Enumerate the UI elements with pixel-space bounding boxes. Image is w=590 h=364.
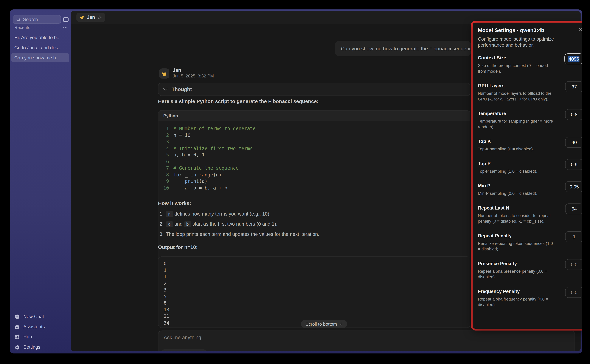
- thought-label: Thought: [171, 86, 192, 92]
- recents-more-icon[interactable]: [63, 26, 68, 28]
- settings-field-repeat-last-n: Repeat Last N Number of tokens to consid…: [478, 205, 582, 224]
- sidebar-item-new-chat[interactable]: New Chat: [12, 312, 68, 322]
- list-item: 2.a and b start as the first two numbers…: [159, 221, 468, 227]
- tab-jan[interactable]: Jan: [77, 13, 105, 22]
- token-speed-indicator: 0 tokens/sec: [207, 349, 239, 351]
- settings-field-context-size: Context Size Size of the prompt context …: [478, 55, 582, 74]
- output-line: 5: [164, 293, 470, 300]
- tab-label: Jan: [87, 15, 95, 20]
- field-input[interactable]: 0.9: [565, 159, 582, 170]
- field-description: Penalize repeating token sequences (1.0 …: [478, 241, 556, 252]
- settings-field-top-k: Top K Top-K sampling (0 = disabled). 40: [478, 139, 582, 152]
- output-line: 8: [164, 300, 470, 306]
- field-input[interactable]: 4096: [564, 53, 582, 64]
- new-chat-icon: [14, 314, 20, 319]
- code-language-label: Python: [163, 113, 178, 118]
- recent-chat-item[interactable]: Can you show me h...: [11, 53, 69, 63]
- search-icon: [16, 17, 21, 22]
- field-description: Top-P sampling (1.0 = disabled).: [478, 169, 556, 174]
- field-input[interactable]: 64: [565, 203, 582, 214]
- sidebar-item-settings[interactable]: Settings: [12, 342, 68, 352]
- code-block: Python 1# Number of terms to generate2n …: [158, 110, 470, 273]
- code-line: 9 print(a): [158, 178, 470, 185]
- sidebar-item-assistants[interactable]: Assistants: [12, 322, 68, 332]
- wave-hand-icon: [80, 15, 85, 20]
- model-settings-panel: Model Settings - qwen3:4b Configure mode…: [472, 23, 582, 329]
- search-placeholder: Search: [23, 17, 38, 22]
- code-line: 2n = 10: [158, 132, 470, 138]
- settings-field-repeat-penalty: Repeat Penalty Penalize repeating token …: [478, 233, 582, 252]
- user-message: Can you show me how to generate the Fibo…: [335, 41, 471, 56]
- field-input[interactable]: 37: [565, 81, 582, 92]
- field-label: Presence Penalty: [478, 261, 558, 267]
- output-line: 13: [164, 306, 470, 313]
- chevron-down-icon: [163, 88, 168, 91]
- field-description: Top-K sampling (0 = disabled).: [478, 146, 556, 152]
- model-selector[interactable]: qwen3:4b: [162, 349, 207, 351]
- code-line: 7# Generate the sequence: [158, 165, 470, 171]
- input-placeholder: Ask me anything...: [164, 335, 206, 340]
- output-line: 21: [164, 313, 470, 319]
- close-icon[interactable]: [578, 26, 582, 33]
- hub-icon: [14, 334, 20, 340]
- field-label: Temperature: [478, 111, 558, 117]
- field-description: Number of model layers to offload to the…: [478, 91, 556, 102]
- scroll-to-bottom-label: Scroll to bottom: [306, 321, 337, 326]
- list-item: 1.n defines how many terms you want (e.g…: [159, 211, 468, 217]
- settings-field-top-p: Top P Top-P sampling (1.0 = disabled). 0…: [478, 161, 582, 174]
- field-label: Frequency Penalty: [478, 289, 558, 294]
- recent-chat-item[interactable]: Go to Jan.ai and des...: [11, 43, 69, 52]
- code-body: 1# Number of terms to generate2n = 1034#…: [158, 121, 470, 191]
- field-description: Repeat alpha presence penalty (0.0 = dis…: [478, 268, 556, 280]
- field-input[interactable]: 0.0: [565, 287, 582, 298]
- tab-settings-icon[interactable]: [97, 15, 102, 20]
- field-label: Repeat Last N: [478, 205, 558, 211]
- panel-title: Model Settings - qwen3:4b: [478, 26, 544, 33]
- message-input[interactable]: Ask me anything... qwen3:4b: [158, 331, 575, 351]
- settings-field-min-p: Min P Min-P sampling (0.0 = disabled). 0…: [478, 183, 582, 196]
- how-it-works-heading: How it works:: [158, 201, 191, 206]
- recent-chat-item[interactable]: Hi. Are you able to b...: [11, 33, 69, 42]
- code-line: 3: [158, 138, 470, 145]
- code-block-header: Python: [158, 110, 470, 121]
- recent-chats-list: Hi. Are you able to b...Go to Jan.ai and…: [11, 33, 69, 63]
- field-description: Temperature for sampling (higher = more …: [478, 118, 556, 130]
- message-timestamp: Jun 5, 2025, 3:32 PM: [173, 74, 214, 78]
- thought-toggle[interactable]: Thought: [158, 83, 470, 96]
- field-input[interactable]: 40: [565, 137, 582, 148]
- output-line: 1: [164, 273, 470, 280]
- code-line: 10 a, b = b, a + b: [158, 184, 470, 191]
- sidebar-toggle-icon[interactable]: [62, 16, 69, 23]
- settings-fields: Context Size Size of the prompt context …: [478, 55, 582, 308]
- sidebar-item-hub[interactable]: Hub: [12, 332, 68, 342]
- search-input[interactable]: Search: [13, 15, 61, 24]
- field-input[interactable]: 0.0: [565, 259, 582, 270]
- sidebar: Search Recents Hi. Are you able to b...G…: [10, 9, 71, 354]
- output-line: 0: [164, 260, 470, 267]
- field-description: Number of tokens to consider for repeat …: [478, 213, 556, 224]
- field-input[interactable]: 0.8: [565, 109, 582, 120]
- recents-label: Recents: [14, 25, 30, 30]
- field-input[interactable]: 1: [565, 231, 582, 242]
- code-line: 6: [158, 158, 470, 165]
- field-description: Min-P sampling (0.0 = disabled).: [478, 191, 556, 196]
- output-line: 3: [164, 286, 470, 293]
- settings-field-gpu-layers: GPU Layers Number of model layers to off…: [478, 83, 582, 102]
- field-label: Min P: [478, 183, 558, 189]
- scroll-to-bottom-button[interactable]: Scroll to bottom: [301, 320, 347, 328]
- field-input[interactable]: 0.05: [565, 181, 582, 192]
- code-line: 4# Initialize first two terms: [158, 145, 470, 152]
- field-label: GPU Layers: [478, 83, 558, 89]
- field-description: Size of the prompt context (0 = loaded f…: [478, 63, 556, 74]
- output-line: 1: [164, 267, 470, 273]
- user-message-text: Can you show me how to generate the Fibo…: [341, 46, 471, 52]
- settings-gear-icon: [14, 344, 20, 350]
- assistants-icon: [14, 324, 20, 330]
- assistant-intro-text: Here's a simple Python script to generat…: [158, 98, 318, 104]
- list-item: 3.The loop prints each term and updates …: [159, 231, 468, 237]
- output-heading: Output for n=10:: [158, 244, 198, 250]
- field-label: Repeat Penalty: [478, 233, 558, 239]
- assistant-avatar: [159, 68, 170, 79]
- sidebar-footer-nav: New Chat Assistants Hub Settings: [12, 312, 68, 352]
- recents-header: Recents: [14, 25, 68, 30]
